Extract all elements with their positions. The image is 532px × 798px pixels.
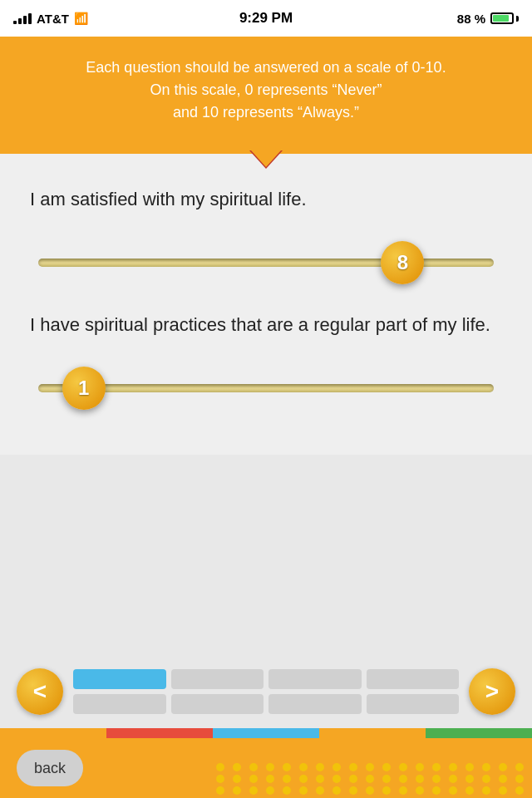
bottom-navigation: < > [0,660,532,723]
next-button[interactable]: > [469,668,515,715]
question-2-text: I have spiritual practices that are a re… [30,313,502,338]
signal-bars [13,12,32,24]
dots-decoration [200,738,532,798]
color-segment-2 [106,728,213,738]
nav-dot-5[interactable] [73,694,166,714]
signal-bar-2 [18,18,22,24]
prev-arrow-icon: < [33,680,47,703]
battery-percent: 88 % [457,12,485,26]
prev-button[interactable]: < [17,668,63,715]
question-1-text: I am satisfied with my spiritual life. [30,187,502,213]
question-1: I am satisfied with my spiritual life. 8 [30,187,502,288]
slider-2-container[interactable]: 1 [30,363,502,413]
status-left: AT&T 📶 [13,12,88,26]
dot-pattern [213,760,532,798]
nav-dot-6[interactable] [171,694,264,714]
signal-bar-1 [13,21,17,24]
status-bar: AT&T 📶 9:29 PM 88 % [0,0,532,37]
status-right: 88 % [457,12,519,26]
color-segment-3 [213,728,319,738]
slider-1-track [38,259,494,267]
slider-2-thumb[interactable]: 1 [62,367,106,410]
battery-body [490,12,514,24]
color-segment-4 [319,728,426,738]
progress-dots [73,669,459,714]
slider-1-container[interactable]: 8 [30,238,502,288]
next-arrow-icon: > [485,680,499,703]
slider-2-track [38,384,494,392]
color-segment-5 [426,728,532,738]
header-banner: Each question should be answered on a sc… [0,37,532,154]
signal-bar-3 [23,16,27,24]
color-segment-1 [0,728,106,738]
question-2: I have spiritual practices that are a re… [30,313,502,413]
status-time: 9:29 PM [239,10,293,27]
battery-indicator [490,12,519,24]
battery-tip [516,16,519,22]
slider-1-value: 8 [397,251,408,274]
slider-2-value: 1 [78,377,89,400]
header-arrow [251,150,281,167]
nav-dot-4[interactable] [367,669,460,689]
nav-dot-7[interactable] [268,694,362,714]
signal-bar-4 [28,13,32,24]
nav-dot-1[interactable] [73,669,166,689]
battery-fill [493,15,509,22]
nav-dot-8[interactable] [367,694,460,714]
slider-1-thumb[interactable]: 8 [381,241,424,284]
main-content: I am satisfied with my spiritual life. 8… [0,154,532,455]
bottom-area: back [0,738,532,798]
back-button[interactable]: back [17,750,83,786]
header-description: Each question should be answered on a sc… [33,57,499,124]
nav-dot-2[interactable] [171,669,264,689]
wifi-icon: 📶 [74,12,88,25]
nav-dot-3[interactable] [268,669,362,689]
color-bar [0,728,532,738]
carrier-label: AT&T [37,12,69,26]
